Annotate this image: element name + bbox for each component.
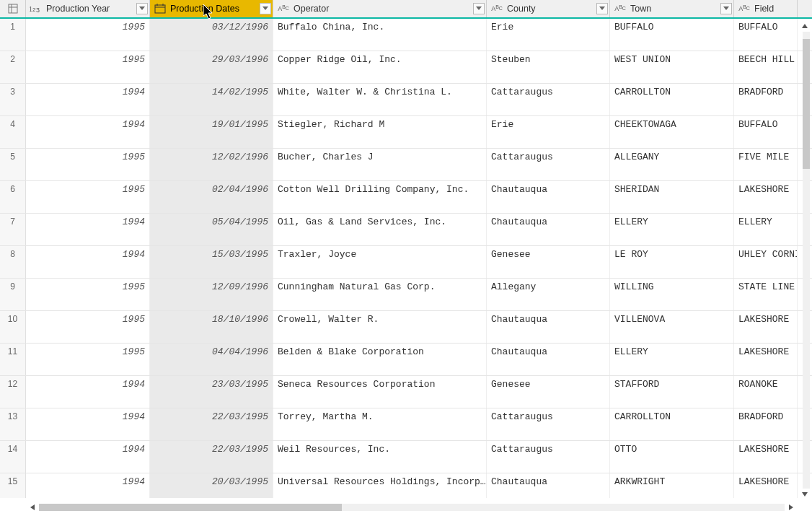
cell-field[interactable]: LAKESHORE bbox=[734, 473, 798, 498]
row-number[interactable]: 12 bbox=[0, 376, 26, 408]
cell-operator[interactable]: Weil Resources, Inc. bbox=[273, 441, 487, 473]
cell-operator[interactable]: Oil, Gas & Land Services, Inc. bbox=[273, 214, 487, 245]
table-row[interactable]: 10199518/10/1996Crowell, Walter R.Chauta… bbox=[0, 311, 812, 344]
cell-county[interactable]: Cattaraugus bbox=[487, 84, 610, 115]
cell-production-dates[interactable]: 18/10/1996 bbox=[150, 311, 273, 343]
cell-county[interactable]: Cattaraugus bbox=[487, 408, 610, 440]
column-header-town[interactable]: ABC Town bbox=[610, 0, 734, 17]
column-filter-dropdown[interactable] bbox=[136, 3, 148, 14]
cell-county[interactable]: Erie bbox=[487, 116, 610, 148]
cell-production-dates[interactable]: 05/04/1995 bbox=[150, 214, 273, 245]
cell-production-dates[interactable]: 03/12/1996 bbox=[150, 19, 273, 51]
cell-field[interactable]: LAKESHORE bbox=[734, 181, 798, 213]
table-row[interactable]: 1199503/12/1996Buffalo China, Inc.ErieBU… bbox=[0, 19, 812, 51]
cell-town[interactable]: ELLERY bbox=[610, 214, 734, 245]
row-number[interactable]: 10 bbox=[0, 311, 26, 343]
row-number[interactable]: 15 bbox=[0, 473, 26, 498]
cell-production-year[interactable]: 1994 bbox=[26, 473, 150, 498]
cell-field[interactable]: BRADFORD bbox=[734, 408, 798, 440]
select-all-corner[interactable] bbox=[0, 0, 26, 17]
cell-county[interactable]: Steuben bbox=[487, 51, 610, 83]
cell-field[interactable]: ROANOKE bbox=[734, 376, 798, 408]
scroll-thumb[interactable] bbox=[39, 504, 342, 511]
cell-production-dates[interactable]: 15/03/1995 bbox=[150, 246, 273, 278]
cell-operator[interactable]: Seneca Resources Corporation bbox=[273, 376, 487, 408]
cell-production-dates[interactable]: 12/02/1996 bbox=[150, 149, 273, 180]
column-header-production-year[interactable]: 123 Production Year bbox=[26, 0, 150, 17]
cell-field[interactable]: ELLERY bbox=[734, 214, 798, 245]
cell-field[interactable]: STATE LINE bbox=[734, 279, 798, 310]
cell-production-year[interactable]: 1994 bbox=[26, 441, 150, 473]
column-filter-dropdown[interactable] bbox=[720, 3, 732, 14]
column-filter-dropdown[interactable] bbox=[473, 3, 485, 14]
scroll-right-arrow[interactable] bbox=[785, 501, 798, 514]
table-row[interactable]: 3199414/02/1995White, Walter W. & Christ… bbox=[0, 84, 812, 116]
table-row[interactable]: 5199512/02/1996Bucher, Charles JCattarau… bbox=[0, 149, 812, 181]
cell-field[interactable]: BUFFALO bbox=[734, 19, 798, 51]
table-row[interactable]: 2199529/03/1996Copper Ridge Oil, Inc.Ste… bbox=[0, 51, 812, 84]
cell-town[interactable]: STAFFORD bbox=[610, 376, 734, 408]
cell-production-dates[interactable]: 22/03/1995 bbox=[150, 441, 273, 473]
cell-production-year[interactable]: 1994 bbox=[26, 116, 150, 148]
column-filter-dropdown[interactable] bbox=[260, 3, 271, 14]
cell-town[interactable]: WILLING bbox=[610, 279, 734, 310]
row-number[interactable]: 5 bbox=[0, 149, 26, 180]
cell-production-dates[interactable]: 22/03/1995 bbox=[150, 408, 273, 440]
cell-production-year[interactable]: 1994 bbox=[26, 408, 150, 440]
cell-production-dates[interactable]: 04/04/1996 bbox=[150, 344, 273, 375]
row-number[interactable]: 7 bbox=[0, 214, 26, 245]
column-header-operator[interactable]: ABC Operator bbox=[273, 0, 487, 17]
cell-production-dates[interactable]: 23/03/1995 bbox=[150, 376, 273, 408]
row-number[interactable]: 1 bbox=[0, 19, 26, 51]
cell-production-year[interactable]: 1995 bbox=[26, 311, 150, 343]
cell-production-year[interactable]: 1994 bbox=[26, 246, 150, 278]
cell-town[interactable]: CHEEKTOWAGA bbox=[610, 116, 734, 148]
cell-field[interactable]: LAKESHORE bbox=[734, 441, 798, 473]
table-row[interactable]: 14199422/03/1995Weil Resources, Inc.Catt… bbox=[0, 441, 812, 473]
table-row[interactable]: 11199504/04/1996Belden & Blake Corporati… bbox=[0, 344, 812, 376]
cell-operator[interactable]: Cunningham Natural Gas Corp. bbox=[273, 279, 487, 310]
cell-county[interactable]: Chautauqua bbox=[487, 344, 610, 375]
column-header-production-dates[interactable]: Production Dates bbox=[150, 0, 273, 17]
cell-town[interactable]: CARROLLTON bbox=[610, 84, 734, 115]
row-number[interactable]: 9 bbox=[0, 279, 26, 310]
cell-field[interactable]: LAKESHORE bbox=[734, 311, 798, 343]
cell-production-dates[interactable]: 19/01/1995 bbox=[150, 116, 273, 148]
cell-production-dates[interactable]: 02/04/1996 bbox=[150, 181, 273, 213]
cell-town[interactable]: CARROLLTON bbox=[610, 408, 734, 440]
scroll-thumb[interactable] bbox=[803, 39, 810, 169]
cell-operator[interactable]: Crowell, Walter R. bbox=[273, 311, 487, 343]
table-row[interactable]: 15199420/03/1995Universal Resources Hold… bbox=[0, 473, 812, 498]
table-row[interactable]: 13199422/03/1995Torrey, Martha M.Cattara… bbox=[0, 408, 812, 441]
scroll-down-arrow[interactable] bbox=[799, 489, 811, 500]
cell-production-year[interactable]: 1995 bbox=[26, 181, 150, 213]
cell-operator[interactable]: Traxler, Joyce bbox=[273, 246, 487, 278]
cell-county[interactable]: Chautauqua bbox=[487, 311, 610, 343]
cell-county[interactable]: Chautauqua bbox=[487, 214, 610, 245]
cell-production-year[interactable]: 1995 bbox=[26, 19, 150, 51]
cell-production-year[interactable]: 1994 bbox=[26, 214, 150, 245]
cell-production-year[interactable]: 1994 bbox=[26, 376, 150, 408]
cell-town[interactable]: ARKWRIGHT bbox=[610, 473, 734, 498]
cell-town[interactable]: ELLERY bbox=[610, 344, 734, 375]
cell-county[interactable]: Allegany bbox=[487, 279, 610, 310]
row-number[interactable]: 13 bbox=[0, 408, 26, 440]
row-number[interactable]: 14 bbox=[0, 441, 26, 473]
scroll-left-arrow[interactable] bbox=[26, 501, 39, 514]
cell-operator[interactable]: Cotton Well Drilling Company, Inc. bbox=[273, 181, 487, 213]
cell-operator[interactable]: Copper Ridge Oil, Inc. bbox=[273, 51, 487, 83]
cell-operator[interactable]: White, Walter W. & Christina L. bbox=[273, 84, 487, 115]
scroll-track[interactable] bbox=[39, 504, 785, 511]
row-number[interactable]: 6 bbox=[0, 181, 26, 213]
cell-town[interactable]: SHERIDAN bbox=[610, 181, 734, 213]
cell-county[interactable]: Erie bbox=[487, 19, 610, 51]
row-number[interactable]: 8 bbox=[0, 246, 26, 278]
cell-town[interactable]: ALLEGANY bbox=[610, 149, 734, 180]
scroll-up-arrow[interactable] bbox=[799, 20, 811, 32]
row-number[interactable]: 2 bbox=[0, 51, 26, 83]
cell-field[interactable]: BEECH HILL bbox=[734, 51, 798, 83]
cell-county[interactable]: Chautauqua bbox=[487, 473, 610, 498]
cell-production-dates[interactable]: 12/09/1996 bbox=[150, 279, 273, 310]
cell-production-dates[interactable]: 14/02/1995 bbox=[150, 84, 273, 115]
row-number[interactable]: 3 bbox=[0, 84, 26, 115]
